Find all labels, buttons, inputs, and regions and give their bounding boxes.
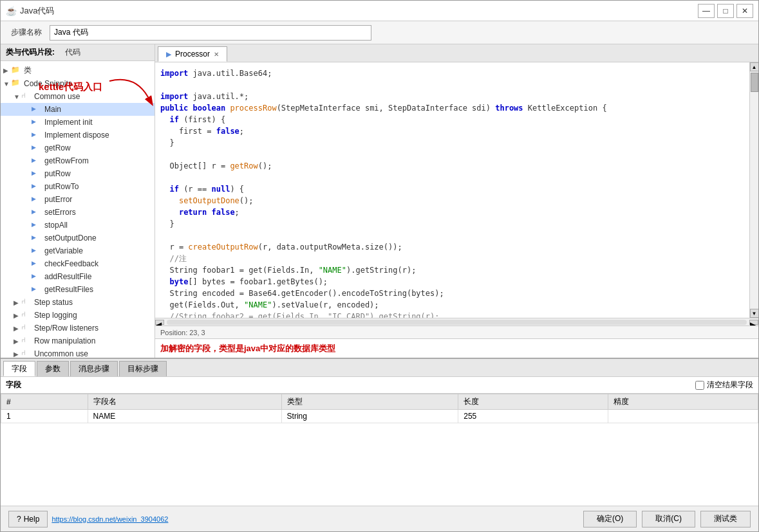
step-name-input[interactable] [50,25,371,41]
tab-processor[interactable]: ▶ Processor ✕ [158,46,227,62]
item-icon-main [32,104,42,115]
group-icon-step-status [21,297,32,307]
tree-node-getvariable[interactable]: getVariable [1,244,155,257]
col-num: # [1,394,88,410]
tree-label-seterrors: setErrors [44,208,76,217]
tree-node-common-use[interactable]: ▼ Common use [1,90,155,103]
panel-tab-code[interactable]: 代码 [65,47,80,58]
col-precision: 精度 [608,394,758,410]
help-label: Help [24,515,40,524]
tree-node-uncommon-use[interactable]: ▶ Uncommon use [1,347,155,358]
tree-node-step-status[interactable]: ▶ Step status [1,296,155,309]
tree-area[interactable]: ▶ 📁 类 ▼ 📁 Code Snippits ▼ Common use [1,61,155,358]
footer-right: 确定(O) 取消(C) 测试类 [583,511,751,527]
annotation-bar: 加解密的字段，类型是java中对应的数据库类型 [155,338,758,358]
tree-node-putrow[interactable]: putRow [1,167,155,180]
tree-node-puterror[interactable]: putError [1,193,155,206]
tree-node-stopall[interactable]: stopAll [1,219,155,232]
editor-scrollbar[interactable]: ▲ ▼ [749,62,758,318]
tree-arrow-step-logging: ▶ [14,312,21,319]
cancel-button[interactable]: 取消(C) [642,511,695,527]
tree-node-putrowto[interactable]: putRowTo [1,180,155,193]
step-name-bar: 步骤名称 [1,21,758,44]
minimize-button[interactable]: — [698,4,715,18]
window-title: Java代码 [20,5,698,17]
bottom-tab-param[interactable]: 参数 [37,361,69,376]
tree-node-setoutputdone[interactable]: setOutputDone [1,232,155,244]
tree-node-row-manipulation[interactable]: ▶ Row manipulation [1,335,155,347]
title-bar: ☕ Java代码 — □ ✕ [1,1,758,21]
tab-processor-close[interactable]: ✕ [214,51,219,58]
folder-icon-snippits: 📁 [11,78,21,89]
h-scroll-right[interactable]: ▶ [749,320,758,325]
code-area[interactable]: import java.util.Base64; import java.uti… [155,62,749,318]
ok-button[interactable]: 确定(O) [583,511,637,527]
table-row[interactable]: 1 NAME String 255 [1,410,758,423]
tree-node-class[interactable]: ▶ 📁 类 [1,64,155,77]
tree-label-setoutputdone: setOutputDone [44,234,97,243]
panel-header: 类与代码片段: 代码 [1,44,155,61]
tree-node-getresultfiles[interactable]: getResultFiles [1,283,155,296]
tree-node-getrow[interactable]: getRow [1,142,155,154]
bottom-tab-msg-label: 消息步骤 [79,363,109,374]
tree-node-addresultfile[interactable]: addResultFile [1,270,155,283]
field-toolbar-label: 字段 [6,380,21,390]
footer: ? Help https://blog.csdn.net/weixin_3904… [1,506,758,531]
help-icon: ? [17,515,21,524]
tree-label-checkfeedback: checkFeedback [44,259,98,268]
tree-node-code-snippits[interactable]: ▼ 📁 Code Snippits [1,77,155,90]
annotation-text: 加解密的字段，类型是java中对应的数据库类型 [160,343,335,354]
bottom-section: 字段 参数 消息步骤 目标步骤 字段 清空结果字段 [1,358,758,506]
scroll-up-btn[interactable]: ▲ [750,62,759,71]
code-editor-container: import java.util.Base64; import java.uti… [155,62,758,318]
tree-label-getrowfrom: getRowFrom [44,156,89,165]
help-button[interactable]: ? Help [8,511,48,527]
scroll-down-btn[interactable]: ▼ [750,309,759,318]
tree-node-step-row-listeners[interactable]: ▶ Step/Row listeners [1,322,155,335]
cell-type: String [281,410,458,423]
footer-url[interactable]: https://blog.csdn.net/weixin_3904062 [52,515,168,523]
close-button[interactable]: ✕ [736,4,753,18]
h-scroll-track[interactable] [167,320,747,325]
tree-label-class: 类 [24,65,32,76]
bottom-tab-msg[interactable]: 消息步骤 [70,361,118,376]
tree-label-getvariable: getVariable [44,246,83,255]
tree-node-getrowfrom[interactable]: getRowFrom [1,154,155,167]
position-bar: Position: 23, 3 [155,326,758,338]
bottom-tab-target-label: 目标步骤 [127,363,158,374]
tree-arrow-snippits: ▼ [3,80,11,87]
window-icon: ☕ [6,6,16,16]
h-scroll-left[interactable]: ◀ [155,320,164,325]
group-icon-common [21,91,32,102]
tree-label-common: Common use [34,92,80,101]
tree-label-snippits: Code Snippits [24,79,72,88]
tree-node-seterrors[interactable]: setErrors [1,206,155,219]
col-type: 类型 [281,394,458,410]
maximize-button[interactable]: □ [717,4,734,18]
panel-tab-class[interactable]: 类与代码片段: [6,47,55,58]
bottom-tab-target[interactable]: 目标步骤 [119,361,167,376]
item-icon-seterrors [32,207,42,217]
tree-label-stopall: stopAll [44,221,68,230]
field-toolbar: 字段 清空结果字段 [1,377,758,394]
tree-node-step-logging[interactable]: ▶ Step logging [1,309,155,322]
tree-label-step-status: Step status [34,298,73,307]
item-icon-getrowfrom [32,156,42,166]
bottom-tab-field[interactable]: 字段 [3,361,35,376]
bottom-tab-bar: 字段 参数 消息步骤 目标步骤 [1,359,758,377]
tree-label-main: Main [44,105,61,114]
item-icon-checkfeedback [32,259,42,269]
tree-label-getresultfiles: getResultFiles [44,285,93,294]
tree-node-implement-dispose[interactable]: Implement dispose [1,129,155,142]
tree-node-checkfeedback[interactable]: checkFeedback [1,257,155,270]
bottom-content: 字段 清空结果字段 # 字段名 类型 长度 精度 [1,377,758,506]
clear-checkbox[interactable] [695,381,704,390]
clear-checkbox-container: 清空结果字段 [695,380,753,390]
item-icon-impl-dispose [32,130,42,140]
scroll-thumb[interactable] [751,73,758,92]
test-button[interactable]: 测试类 [700,511,751,527]
tree-label-getrow: getRow [44,143,71,152]
group-icon-step-logging [21,310,32,320]
tree-node-main[interactable]: Main [1,103,155,116]
tree-node-implement-init[interactable]: Implement init [1,116,155,129]
